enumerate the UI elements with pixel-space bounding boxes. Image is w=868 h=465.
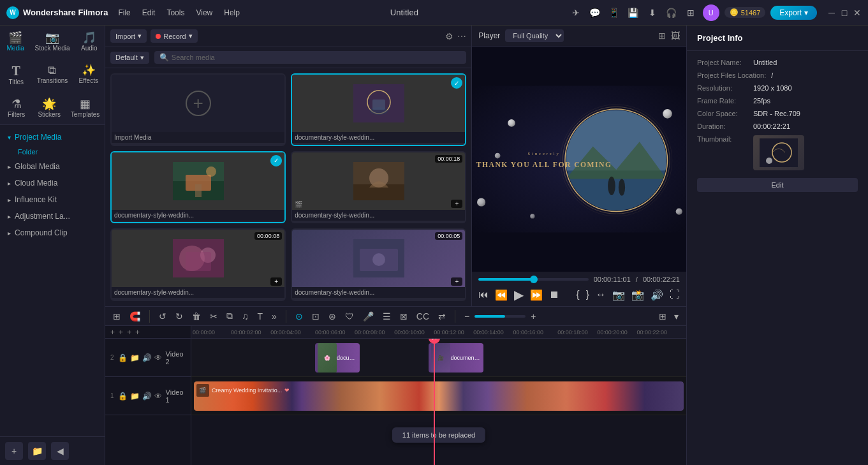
track-mute-icon-1[interactable]: 🔊 (142, 392, 152, 401)
devices-icon[interactable]: 📱 (607, 6, 621, 20)
add-video-track[interactable]: + (110, 328, 115, 337)
add-effect-track[interactable]: + (127, 328, 131, 337)
tool-transitions[interactable]: ⧉ Transitions (33, 62, 72, 88)
captions-button[interactable]: CC (414, 310, 432, 323)
feedback-icon[interactable]: 💬 (588, 6, 602, 20)
download-icon[interactable]: ⬇ (645, 6, 659, 20)
media-item-2[interactable]: documentary-style-weddin... ✓ (110, 151, 286, 224)
tool-stickers[interactable]: 🌟 Stickers (34, 96, 64, 121)
headphones-icon[interactable]: 🎧 (665, 6, 679, 20)
tool-audio[interactable]: 🎵 Audio (74, 29, 105, 54)
sidebar-item-project-media[interactable]: ▾ Project Media (0, 129, 105, 145)
menu-view[interactable]: View (196, 8, 212, 17)
menu-file[interactable]: File (118, 8, 130, 17)
audio-clip-button[interactable]: ♫ (239, 310, 251, 323)
mark-out-button[interactable]: } (586, 289, 589, 300)
crop-button[interactable]: ⧉ (224, 309, 235, 323)
track-eye-icon[interactable]: 👁 (154, 353, 162, 362)
add-subtitle-track[interactable]: + (135, 328, 140, 337)
timeline-clip-v2-2[interactable]: 🎥 documentary-style-we... (429, 343, 483, 373)
sidebar-item-cloud-media[interactable]: ▸ Cloud Media (0, 175, 105, 191)
text-button[interactable]: T (255, 310, 266, 323)
jump-start-button[interactable]: ⏮ (478, 289, 489, 300)
track-folder-icon-1[interactable]: 📁 (130, 392, 140, 401)
timeline-clip-v2-1[interactable]: 🌸 documentary-... (315, 343, 360, 373)
playhead[interactable]: ✂ (434, 339, 435, 465)
zoom-in-button[interactable]: + (528, 310, 538, 323)
progress-handle[interactable] (530, 276, 538, 283)
zoom-out-button[interactable]: − (462, 310, 472, 323)
options-button[interactable]: ▾ (672, 310, 681, 323)
mic-button[interactable]: 🎤 (360, 310, 376, 323)
range-button[interactable]: ↔ (596, 289, 606, 300)
magnet-button[interactable]: 🧲 (127, 310, 143, 323)
add-folder-button[interactable]: + (5, 442, 23, 460)
mark-in-button[interactable]: { (576, 289, 579, 300)
stop-button[interactable]: ⏹ (549, 289, 559, 300)
close-button[interactable]: ✕ (853, 8, 862, 17)
track-lock-icon-1[interactable]: 🔒 (118, 392, 128, 401)
redo-button[interactable]: ↻ (173, 310, 186, 323)
snapshot-button[interactable]: 📷 (612, 289, 625, 301)
media-item-4[interactable]: documentary-style-weddin... 00:00:08 + (110, 228, 286, 301)
split-audio-button[interactable]: ⊠ (397, 310, 410, 323)
media-item-5[interactable]: documentary-style-weddin... 00:00:05 + (291, 228, 466, 301)
search-input[interactable] (172, 54, 461, 61)
tool-titles[interactable]: T Titles (1, 62, 31, 88)
import-media-item[interactable]: + Import Media (110, 73, 286, 146)
progress-bar[interactable] (478, 278, 588, 281)
record-button[interactable]: Record ▾ (151, 29, 197, 43)
minimize-button[interactable]: ─ (827, 8, 836, 17)
camera-button[interactable]: 📸 (631, 289, 644, 301)
sidebar-item-compound-clip[interactable]: ▸ Compound Clip (0, 225, 105, 241)
timeline-clip-v1[interactable]: 🎬 Creamy Wedding Invitatio... ❤ (194, 381, 684, 411)
send-icon[interactable]: ✈ (569, 6, 583, 20)
menu-edit[interactable]: Edit (142, 8, 156, 17)
sidebar-item-influence-kit[interactable]: ▸ Influence Kit (0, 191, 105, 208)
track-folder-icon[interactable]: 📁 (130, 353, 140, 362)
delete-button[interactable]: 🗑 (189, 310, 203, 323)
sidebar-item-adjustment-layer[interactable]: ▸ Adjustment La... (0, 208, 105, 225)
add-audio-track[interactable]: + (119, 328, 123, 337)
grid-view-icon[interactable]: ⊞ (658, 31, 666, 41)
grid-view-button[interactable]: ⊞ (656, 310, 669, 323)
tool-effects[interactable]: ✨ Effects (73, 62, 104, 88)
frame-fwd-button[interactable]: ⏩ (530, 289, 543, 301)
export-button[interactable]: Export ▾ (770, 6, 817, 20)
protect-button[interactable]: 🛡 (342, 310, 357, 323)
collapse-sidebar-button[interactable]: ◀ (51, 442, 69, 460)
track-mute-icon[interactable]: 🔊 (142, 353, 152, 362)
sidebar-folder[interactable]: Folder (0, 145, 105, 158)
add-folder2-button[interactable]: 📁 (28, 442, 46, 460)
more-badge-4[interactable]: + (270, 277, 282, 286)
more-tools-button[interactable]: » (269, 310, 279, 323)
apps-icon[interactable]: ⊞ (684, 6, 698, 20)
tool-stock-media[interactable]: 📷 Stock Media (31, 29, 73, 54)
filter-icon[interactable]: ⚙ (445, 31, 453, 41)
fullscreen-icon[interactable]: 🖼 (671, 31, 680, 41)
replace-button[interactable]: ⇄ (436, 310, 448, 323)
ai-mask-button[interactable]: ⊡ (309, 310, 322, 323)
more-icon[interactable]: ⋯ (457, 31, 466, 41)
default-dropdown[interactable]: Default ▾ (110, 52, 149, 64)
audio-button[interactable]: 🔊 (651, 289, 663, 301)
edit-button[interactable]: Edit (697, 178, 858, 192)
list-button[interactable]: ☰ (380, 310, 394, 323)
more-badge-5[interactable]: + (451, 277, 462, 286)
tool-templates[interactable]: ▦ Templates (67, 96, 104, 121)
motion-track-button[interactable]: ⊙ (293, 310, 305, 323)
import-button[interactable]: Import ▾ (110, 29, 147, 43)
maximize-button[interactable]: □ (840, 8, 849, 17)
track-lock-icon[interactable]: 🔒 (118, 353, 128, 362)
media-item-3[interactable]: documentary-style-weddin... 00:00:18 🎬 + (291, 151, 466, 224)
media-item-1[interactable]: documentary-style-weddin... ✓ (291, 73, 466, 146)
save-icon[interactable]: 💾 (626, 6, 640, 20)
zoom-bar[interactable] (474, 315, 526, 318)
sidebar-item-global-media[interactable]: ▸ Global Media (0, 158, 105, 175)
quality-dropdown[interactable]: Full Quality 1/2 Quality 1/4 Quality (505, 29, 564, 42)
fullscreen-button[interactable]: ⛶ (670, 289, 680, 300)
scene-detect-button[interactable]: ⊞ (110, 310, 123, 323)
menu-help[interactable]: Help (224, 8, 240, 17)
user-avatar[interactable]: U (703, 4, 719, 21)
undo-button[interactable]: ↺ (156, 310, 169, 323)
